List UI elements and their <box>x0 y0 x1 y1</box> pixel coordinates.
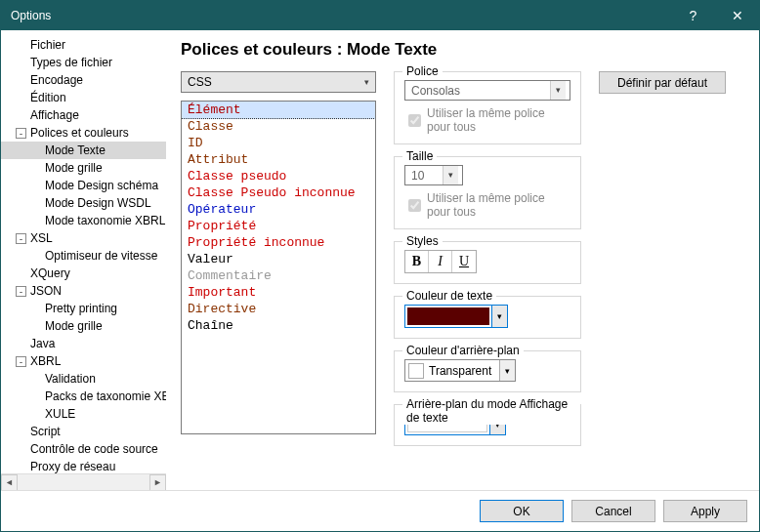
italic-button[interactable]: I <box>429 251 452 272</box>
tree-item[interactable]: Script <box>1 423 166 440</box>
set-default-label: Définir par défaut <box>617 76 707 90</box>
list-item[interactable]: Élément <box>181 101 376 119</box>
scroll-left-icon[interactable]: ◄ <box>1 474 18 491</box>
tree-item-label: XQuery <box>30 266 70 280</box>
size-same-input[interactable] <box>408 199 421 212</box>
collapse-icon[interactable]: - <box>16 128 26 139</box>
type-selector-value: CSS <box>188 75 212 89</box>
list-item[interactable]: Classe Pseudo inconnue <box>182 184 375 201</box>
tree-item[interactable]: Mode grille <box>1 159 166 177</box>
font-same-checkbox[interactable]: Utiliser la même police pour tous <box>404 106 570 134</box>
tree-item[interactable]: Proxy de réseau <box>1 458 166 473</box>
collapse-icon[interactable]: - <box>16 356 26 367</box>
tree-item[interactable]: Types de fichier <box>1 54 166 71</box>
size-select[interactable]: 10 ▾ <box>404 165 463 185</box>
text-color-group: Couleur de texte ▾ <box>394 296 581 339</box>
list-item[interactable]: Opérateur <box>182 201 375 218</box>
chevron-down-icon: ▾ <box>550 81 566 100</box>
list-item[interactable]: Propriété inconnue <box>182 234 375 251</box>
tree-item-label: Script <box>30 425 61 438</box>
tree-item[interactable]: XULE <box>1 405 166 423</box>
chevron-down-icon[interactable]: ▾ <box>491 306 507 327</box>
tree-item[interactable]: Mode Texte <box>1 142 166 159</box>
list-item[interactable]: Classe pseudo <box>182 168 375 184</box>
chevron-down-icon[interactable]: ▾ <box>499 360 515 381</box>
tree-item-label: XULE <box>45 407 75 421</box>
list-item[interactable]: Classe <box>182 118 375 135</box>
tree-item[interactable]: Mode taxonomie XBRL <box>1 212 166 229</box>
tree-item-label: Contrôle de code source <box>30 442 158 456</box>
tree-item[interactable]: -XBRL <box>1 352 166 370</box>
tree-item[interactable]: Mode grille <box>1 317 166 335</box>
tree-item[interactable]: Mode Design schéma <box>1 177 166 194</box>
tree-item[interactable]: Validation <box>1 370 166 388</box>
set-default-button[interactable]: Définir par défaut <box>599 71 726 94</box>
font-select[interactable]: Consolas ▾ <box>404 80 570 101</box>
list-item[interactable]: ID <box>182 135 375 151</box>
bold-button[interactable]: B <box>405 251 429 272</box>
ok-button[interactable]: OK <box>480 500 564 522</box>
tree-item[interactable]: -XSL <box>1 229 166 247</box>
bg-color-group: Couleur d'arrière-plan Transparent ▾ <box>394 350 581 392</box>
page-title: Polices et couleurs : Mode Texte <box>181 40 745 60</box>
bg-color-legend: Couleur d'arrière-plan <box>402 344 524 357</box>
titlebar: Options ? ✕ <box>1 1 759 30</box>
styles-legend: Styles <box>402 234 443 248</box>
tree-item[interactable]: Fichier <box>1 36 166 54</box>
tree-item[interactable]: Java <box>1 335 166 352</box>
collapse-icon[interactable]: - <box>16 286 26 297</box>
tree-item-label: Java <box>30 337 55 350</box>
scroll-right-icon[interactable]: ► <box>149 474 166 491</box>
tree-item-label: Packs de taxonomie XB <box>45 389 166 403</box>
help-button[interactable]: ? <box>671 1 715 30</box>
tree-item-label: Mode Design schéma <box>45 179 158 192</box>
tree-item[interactable]: Optimiseur de vitesse <box>1 247 166 265</box>
dialog-footer: OK Cancel Apply <box>1 490 759 531</box>
tree-item[interactable]: -Polices et couleurs <box>1 124 166 142</box>
styles-group: Styles B I U <box>394 241 581 284</box>
list-item[interactable]: Chaîne <box>182 317 375 334</box>
close-button[interactable]: ✕ <box>715 1 759 30</box>
tree-hscrollbar[interactable]: ◄ ► <box>1 473 166 490</box>
tree-item[interactable]: Packs de taxonomie XB <box>1 388 166 405</box>
cancel-button[interactable]: Cancel <box>571 500 655 522</box>
tree-item-label: Validation <box>45 372 96 386</box>
font-value: Consolas <box>411 84 460 98</box>
tree-item[interactable]: Édition <box>1 89 166 106</box>
tree-item-label: Mode grille <box>45 161 103 175</box>
bg-color-picker[interactable]: Transparent ▾ <box>404 359 516 382</box>
list-item[interactable]: Valeur <box>182 251 375 267</box>
dialog-body: FichierTypes de fichierEncodageÉditionAf… <box>1 30 759 490</box>
size-legend: Taille <box>402 149 437 163</box>
underline-button[interactable]: U <box>452 251 476 272</box>
list-item[interactable]: Important <box>182 284 375 301</box>
font-legend: Police <box>402 64 443 78</box>
tree-item[interactable]: -JSON <box>1 282 166 300</box>
tree-item-label: Fichier <box>30 38 65 52</box>
list-item[interactable]: Propriété <box>182 218 375 234</box>
tree-item[interactable]: Encodage <box>1 71 166 89</box>
type-selector[interactable]: CSS ▾ <box>181 71 376 93</box>
collapse-icon[interactable]: - <box>16 233 26 244</box>
list-item[interactable]: Commentaire <box>182 267 375 284</box>
tree-item[interactable]: XQuery <box>1 265 166 282</box>
tree-item[interactable]: Affichage <box>1 106 166 124</box>
chevron-down-icon: ▾ <box>443 166 458 184</box>
tree-item-label: Mode Design WSDL <box>45 196 151 210</box>
tree-item[interactable]: Contrôle de code source <box>1 440 166 458</box>
text-color-picker[interactable]: ▾ <box>404 305 508 328</box>
list-item[interactable]: Directive <box>182 301 375 317</box>
font-same-input[interactable] <box>408 114 421 127</box>
list-item[interactable]: Attribut <box>182 151 375 168</box>
bg-color-label: Transparent <box>429 364 499 378</box>
element-listbox[interactable]: ÉlémentClasseIDAttributClasse pseudoClas… <box>181 101 376 434</box>
font-group: Police Consolas ▾ Utiliser la même polic… <box>394 71 581 144</box>
mode-bg-legend: Arrière-plan du mode Affichage de texte <box>402 397 580 425</box>
tree-item-label: Édition <box>30 91 66 104</box>
size-same-checkbox[interactable]: Utiliser la même police pour tous <box>404 191 570 219</box>
font-same-label: Utiliser la même police pour tous <box>427 106 570 134</box>
category-tree[interactable]: FichierTypes de fichierEncodageÉditionAf… <box>1 30 166 473</box>
apply-button[interactable]: Apply <box>663 500 747 522</box>
tree-item[interactable]: Mode Design WSDL <box>1 194 166 212</box>
tree-item[interactable]: Pretty printing <box>1 300 166 317</box>
